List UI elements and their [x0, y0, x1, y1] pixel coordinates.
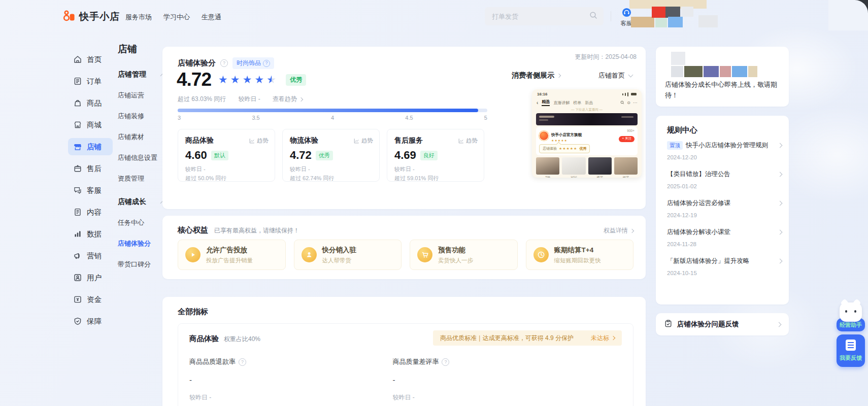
storefront-icon [73, 120, 82, 129]
cart-icon [417, 247, 432, 262]
submenu-item-shop-material[interactable]: 店铺素材 [118, 132, 164, 142]
rule-item[interactable]: 【类目错放】治理公告 2025-01-02 [667, 170, 782, 189]
metric-trend-link[interactable]: 趋势 [249, 137, 269, 145]
submenu-item-shop-operation[interactable]: 店铺运营 [118, 91, 164, 100]
search-input[interactable] [491, 12, 589, 21]
submenu-item-experience-score[interactable]: 店铺体验分 [118, 239, 164, 248]
chevron-right-icon [778, 201, 783, 206]
metric-trend-link[interactable]: 趋势 [458, 137, 478, 145]
score-title: 店铺体验分 [178, 58, 216, 68]
score-stars-icon: ★★★★★ [218, 74, 279, 86]
page-dropdown[interactable]: 店铺首页 [598, 71, 632, 80]
sidebar-item-funds[interactable]: 资金 [68, 291, 113, 308]
submenu-item-qualification[interactable]: 资质管理 [118, 174, 164, 183]
sidebar-item-home[interactable]: 首页 [68, 51, 113, 68]
benefit-distribution[interactable]: 快分销入驻达人帮带货 [294, 240, 402, 270]
sidebar-item-products[interactable]: 商品 [68, 94, 113, 112]
not-reached-link[interactable]: 未达标 [591, 334, 615, 343]
help-icon[interactable] [442, 358, 449, 366]
person-icon [302, 247, 317, 262]
feedback-button[interactable]: 我要反馈 [837, 334, 865, 367]
menu-service-market[interactable]: 服务市场 [125, 13, 152, 22]
search-icon[interactable] [589, 11, 597, 21]
phone-shop-name: 快手小店官方旗舰 [551, 132, 582, 137]
score-level-badge: 优秀 [286, 74, 306, 86]
feedback-label: 店铺体验分问题反馈 [677, 320, 739, 329]
clock-icon [533, 247, 549, 262]
sidebar-item-service[interactable]: 客服 [68, 182, 113, 199]
vs-yesterday: 较昨日 - [238, 95, 260, 104]
sidebar-item-label: 保障 [87, 317, 102, 326]
metric-value: 4.60 [185, 149, 207, 162]
benefits-details-link[interactable]: 权益详情 [604, 226, 633, 235]
phone-status-icons [622, 92, 637, 96]
more-icon: ⋯ [633, 100, 637, 105]
megaphone-icon [73, 251, 82, 260]
sidebar-item-content[interactable]: 内容 [68, 204, 113, 221]
sidebar-item-aftersale[interactable]: 售后 [68, 160, 113, 177]
submenu-group-shop-management[interactable]: 店铺管理 [118, 70, 164, 79]
metric-level-badge: 默认 [211, 151, 228, 160]
section-name: 商品体验 [189, 334, 219, 344]
feedback-entry-card[interactable]: 店铺体验分问题反馈 [656, 313, 789, 335]
menu-learning-center[interactable]: 学习中心 [163, 13, 190, 22]
rule-item[interactable]: 置顶快手小店店铺体验分管理规则 2024-12-20 [667, 141, 782, 160]
shop-icon [73, 142, 82, 151]
benefit-ad[interactable]: 允许广告投放投放广告提升销量 [178, 240, 286, 270]
chevron-right-icon [778, 172, 783, 177]
rule-item[interactable]: 店铺体验分运营必修课 2024-12-19 [667, 199, 782, 218]
rule-item[interactable]: 店铺体验分解读小课堂 2024-11-28 [667, 228, 782, 247]
submenu-item-shop-info-settings[interactable]: 店铺信息设置 [118, 153, 164, 162]
view-trend-link[interactable]: 查看趋势 [273, 95, 303, 104]
rule-item[interactable]: 「新版店铺体验分」提升攻略 2024-10-15 [667, 257, 782, 276]
chevron-down-icon [628, 73, 633, 78]
announcement-card: 店铺体验分成长中心即将上线，敬请期待！ [656, 47, 789, 107]
wallet-icon [73, 295, 82, 304]
submenu-item-shop-decoration[interactable]: 店铺装修 [118, 112, 164, 121]
score-progress-fill [178, 109, 478, 112]
consumer-view-link[interactable]: 消费者侧展示 [512, 71, 560, 80]
clipboard-icon [664, 319, 673, 330]
quality-standard-banner: 商品优质标准｜达成更高标准，可获得 4.9 分保护 未达标 [433, 330, 622, 346]
sidebar-item-orders[interactable]: 订单 [68, 73, 113, 90]
floating-widget: 经营助手 我要反馈 [837, 302, 865, 367]
benefit-presale[interactable]: 预售功能卖货快人一步 [410, 240, 518, 270]
category-tag[interactable]: 时尚饰品 [232, 57, 274, 69]
redaction-block [671, 52, 685, 65]
metric-vs-yesterday: 较昨日 - [185, 165, 268, 173]
rules-center-card: 规则中心 置顶快手小店店铺体验分管理规则 2024-12-20 【类目错放】治理… [656, 116, 789, 304]
help-icon[interactable] [239, 358, 246, 366]
sidebar-item-data[interactable]: 数据 [68, 225, 113, 243]
redaction-block [684, 66, 703, 77]
sidebar-item-users[interactable]: 用户 [68, 269, 113, 286]
phone-tab-new: 新品 [585, 100, 593, 106]
redaction-block [631, 17, 654, 27]
sidebar-item-shop[interactable]: 店铺 [68, 138, 113, 155]
metric-trend-link[interactable]: 趋势 [354, 137, 373, 145]
feedback-form-icon [846, 340, 856, 351]
menu-business[interactable]: 生意通 [202, 13, 221, 22]
all-indicators-card: 全部指标 商品体验 权重占比40% 商品优质标准｜达成更高标准，可获得 4.9 … [162, 297, 646, 406]
redaction-block [655, 17, 667, 27]
window-rounded-corner [828, 0, 868, 30]
trend-chart-icon [249, 138, 255, 144]
sidebar-item-label: 内容 [87, 208, 102, 217]
sidebar-item-marketing[interactable]: 营销 [68, 247, 113, 264]
trend-chart-icon [458, 138, 464, 144]
submenu-item-task-center[interactable]: 任务中心 [118, 218, 164, 227]
sidebar-item-guarantee[interactable]: 保障 [68, 313, 113, 330]
phone-time: 16:16 [537, 92, 547, 96]
box-icon [73, 164, 82, 173]
submenu-item-reputation-score[interactable]: 带货口碑分 [118, 260, 164, 269]
score-scale: 3 3.5 4 4.5 5 [178, 115, 487, 121]
submenu-group-shop-growth[interactable]: 店铺成长 [118, 197, 164, 207]
sidebar-item-mall[interactable]: 商城 [68, 116, 113, 133]
global-search[interactable] [485, 7, 604, 25]
phone-tab-featured: 精选 [542, 99, 550, 106]
app-logo[interactable]: 快手小店 [62, 9, 120, 24]
benefit-settlement[interactable]: 账期结算T+4缩短账期回款更快 [526, 240, 634, 270]
help-icon[interactable] [220, 59, 228, 67]
follow-button: + 关注 [619, 136, 635, 142]
shop-avatar [539, 131, 549, 141]
tooltip-stars-icon: ★★★★★ [559, 147, 577, 151]
